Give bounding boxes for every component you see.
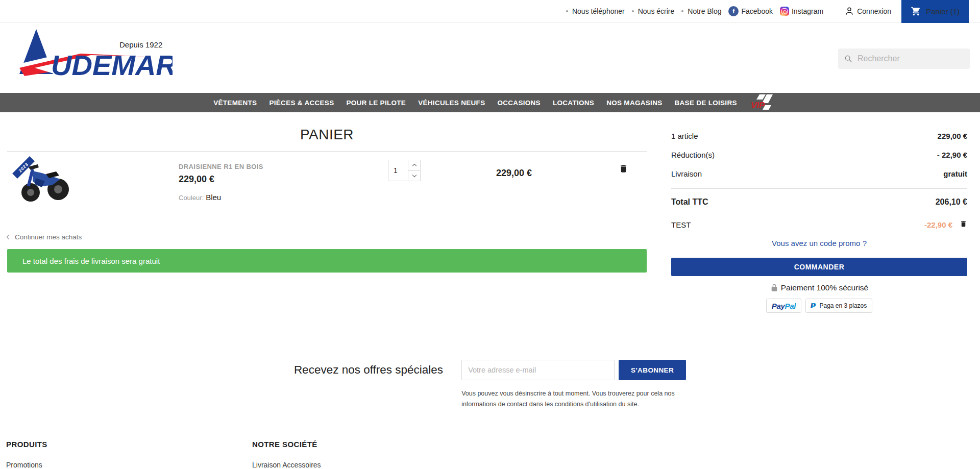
cart-product-row: 2023 DRAISIENNE R1 EN BOIS 229,00 € Coul…	[7, 152, 647, 228]
remove-item-button[interactable]	[619, 164, 628, 175]
product-info: DRAISIENNE R1 EN BOIS 229,00 € Couleur:B…	[179, 162, 263, 202]
newsletter-email-input[interactable]	[461, 360, 615, 380]
bullet-icon	[681, 10, 683, 12]
newsletter-section: Recevez nos offres spéciales S'ABONNER V…	[0, 360, 980, 409]
quantity-arrows	[408, 160, 420, 181]
summary-row-livraison: Livraison gratuit	[671, 164, 967, 183]
cart-summary: 1 article 229,00 € Réduction(s) - 22,90 …	[671, 127, 967, 313]
search-box	[838, 48, 970, 69]
paypal-p-icon: P	[811, 302, 816, 310]
facebook-label: Facebook	[741, 7, 772, 15]
vip-text: VIP	[751, 101, 765, 110]
logo-text: UDEMAR	[51, 49, 173, 81]
footer-link-livraison-accessoires[interactable]: Livraison Accessoires	[252, 461, 321, 469]
summary-total-row: Total TTC 206,10 €	[671, 192, 967, 212]
summary-label: 1 article	[671, 132, 698, 140]
nav-item-occasions[interactable]: OCCASIONS	[491, 99, 546, 107]
quantity-stepper	[388, 160, 421, 181]
topbar-link-instagram[interactable]: Instagram	[780, 7, 823, 16]
connexion-button[interactable]: Connexion	[845, 7, 891, 16]
chevron-down-icon	[412, 173, 416, 177]
bullet-icon	[566, 10, 568, 12]
topbar-link-phone[interactable]: Nous téléphoner	[566, 7, 625, 15]
subscribe-button[interactable]: S'ABONNER	[619, 360, 686, 380]
paypal-badge: PayPal	[766, 299, 801, 313]
page-title: PANIER	[7, 127, 647, 143]
footer-heading-produits: PRODUITS	[6, 440, 47, 449]
nav-item-pieces-access[interactable]: PIÈCES & ACCESS	[263, 99, 340, 107]
topbar-link-email[interactable]: Nous écrire	[632, 7, 675, 15]
summary-row-reduction: Réduction(s) - 22,90 €	[671, 145, 967, 164]
summary-label: Livraison	[671, 169, 702, 178]
header: UDEMAR Depuis 1922	[0, 23, 980, 93]
bullet-icon	[632, 10, 634, 12]
quantity-increase-button[interactable]	[408, 160, 420, 170]
topbar-link-label: Nous écrire	[638, 7, 675, 15]
newsletter-note: Vous pouvez vous désinscrire à tout mome…	[461, 388, 691, 409]
chevron-left-icon	[7, 235, 12, 240]
product-color: Couleur:Bleu	[179, 193, 263, 202]
paypal-installments-label: Paga en 3 plazos	[820, 302, 867, 309]
topbar-link-label: Nous téléphoner	[572, 7, 625, 15]
footer-heading-societe: NOTRE SOCIÉTÉ	[252, 440, 321, 449]
remove-promo-button[interactable]	[960, 220, 967, 229]
chevron-up-icon	[412, 164, 416, 168]
footer: PRODUITS Promotions NOTRE SOCIÉTÉ Livrai…	[0, 440, 980, 469]
product-image[interactable]: 2023	[15, 156, 72, 206]
footer-col-produits: PRODUITS Promotions	[6, 440, 47, 469]
total-value: 206,10 €	[936, 198, 967, 207]
continue-shopping-label: Continuer mes achats	[15, 233, 82, 241]
cart-section: PANIER 2023 DRAISIENNE R1 EN BOIS 229,00…	[7, 127, 647, 273]
secure-payment-label: Paiement 100% sécurisé	[781, 283, 868, 292]
search-input[interactable]	[857, 54, 964, 63]
summary-value: 229,00 €	[938, 132, 967, 140]
audemar-logo[interactable]: UDEMAR Depuis 1922	[19, 27, 173, 84]
promo-code-link[interactable]: Vous avez un code promo ?	[772, 239, 867, 248]
instagram-icon	[780, 7, 789, 16]
footer-col-societe: NOTRE SOCIÉTÉ Livraison Accessoires	[252, 440, 321, 469]
quantity-decrease-button[interactable]	[408, 170, 420, 181]
facebook-icon: f	[728, 6, 739, 16]
promo-code-value: -22,90 €	[924, 220, 952, 229]
line-total: 229,00 €	[473, 168, 555, 179]
free-shipping-banner: Le total des frais de livraison sera gra…	[7, 249, 647, 273]
footer-link-promotions[interactable]: Promotions	[6, 461, 47, 469]
summary-value: gratuit	[943, 169, 967, 178]
checkout-button[interactable]: COMMANDER	[671, 258, 967, 276]
nav-item-pour-le-pilote[interactable]: POUR LE PILOTE	[340, 99, 412, 107]
cart-button[interactable]: Panier (1)	[901, 0, 969, 23]
nav-item-vehicules-neufs[interactable]: VÉHICULES NEUFS	[412, 99, 491, 107]
quantity-input[interactable]	[388, 160, 408, 181]
topbar-link-blog[interactable]: Notre Blog	[681, 7, 721, 15]
paypal-logo: PayPal	[772, 302, 796, 310]
topbar-link-label: Notre Blog	[688, 7, 721, 15]
total-label: Total TTC	[671, 198, 708, 207]
nav-item-nos-magasins[interactable]: NOS MAGASINS	[600, 99, 668, 107]
cart-label: Panier (1)	[926, 7, 960, 16]
divider	[671, 188, 967, 189]
nav-item-base-de-loisirs[interactable]: BASE DE LOISIRS	[669, 99, 743, 107]
logo-tagline: Depuis 1922	[119, 40, 162, 49]
nav-item-locations[interactable]: LOCATIONS	[547, 99, 600, 107]
paypal-installments-badge: P Paga en 3 plazos	[805, 299, 872, 313]
main-nav: VÊTEMENTS PIÈCES & ACCESS POUR LE PILOTE…	[0, 93, 980, 112]
connexion-label: Connexion	[857, 7, 891, 15]
user-icon	[845, 7, 854, 16]
nav-item-vetements[interactable]: VÊTEMENTS	[207, 99, 263, 107]
summary-row-articles: 1 article 229,00 €	[671, 127, 967, 145]
secure-payment: Paiement 100% sécurisé	[671, 283, 967, 292]
product-price: 229,00 €	[179, 174, 263, 185]
continue-shopping-link[interactable]: Continuer mes achats	[7, 233, 647, 241]
topbar: Nous téléphoner Nous écrire Notre Blog f…	[0, 0, 980, 23]
search-icon	[844, 54, 852, 63]
payment-badges: PayPal P Paga en 3 plazos	[671, 299, 967, 313]
promo-code-label: TEST	[671, 220, 691, 229]
topbar-link-facebook[interactable]: f Facebook	[728, 6, 772, 16]
lock-icon	[770, 284, 778, 292]
trash-icon	[619, 164, 628, 174]
vip-motogp-logo[interactable]: VIP	[750, 94, 773, 111]
instagram-label: Instagram	[792, 7, 823, 15]
summary-value: - 22,90 €	[937, 151, 967, 159]
product-name[interactable]: DRAISIENNE R1 EN BOIS	[179, 163, 263, 170]
newsletter-title: Recevez nos offres spéciales	[294, 360, 443, 380]
